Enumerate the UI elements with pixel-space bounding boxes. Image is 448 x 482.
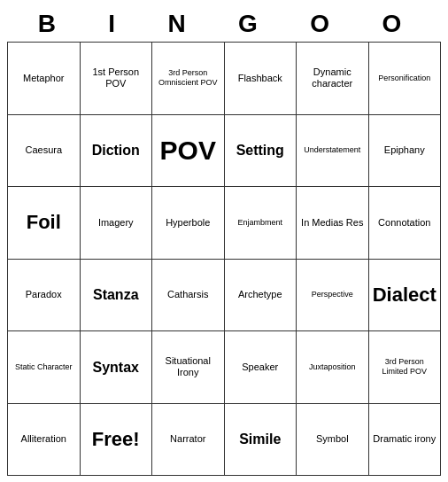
cell-24: Static Character bbox=[8, 331, 81, 404]
cell-1: 1st Person POV bbox=[81, 43, 153, 115]
cell-30: Alliteration bbox=[8, 404, 81, 477]
cell-29: 3rd Person Limited POV bbox=[369, 331, 442, 404]
cell-6: Caesura bbox=[8, 115, 81, 188]
cell-3: Flashback bbox=[225, 43, 297, 115]
cell-7: Diction bbox=[81, 115, 153, 188]
cell-17: Connotation bbox=[369, 187, 442, 260]
cell-35: Dramatic irony bbox=[369, 404, 442, 477]
header-b: B bbox=[38, 10, 65, 38]
cell-33: Simile bbox=[225, 404, 297, 477]
cell-20: Catharsis bbox=[152, 260, 225, 332]
cell-9: Setting bbox=[225, 115, 297, 188]
cell-4: Dynamic character bbox=[297, 43, 369, 115]
cell-10: Understatement bbox=[297, 115, 369, 188]
cell-13: Imagery bbox=[81, 187, 153, 260]
cell-22: Perspective bbox=[297, 260, 369, 332]
cell-2: 3rd Person Omniscient POV bbox=[152, 43, 225, 115]
header-o1: O bbox=[310, 10, 338, 38]
cell-0: Metaphor bbox=[8, 43, 81, 115]
cell-23: Dialect bbox=[369, 260, 442, 332]
cell-32: Narrator bbox=[152, 404, 225, 477]
cell-12: Foil bbox=[8, 187, 81, 260]
cell-27: Speaker bbox=[225, 331, 297, 404]
bingo-header: B I N G O O bbox=[7, 6, 441, 42]
cell-21: Archetype bbox=[225, 260, 297, 332]
cell-28: Juxtaposition bbox=[297, 331, 369, 404]
cell-11: Epiphany bbox=[369, 115, 442, 188]
cell-15: Enjambment bbox=[225, 187, 297, 260]
bingo-grid: Metaphor1st Person POV3rd Person Omnisci… bbox=[7, 42, 441, 476]
cell-19: Stanza bbox=[81, 260, 153, 332]
header-o2: O bbox=[382, 10, 410, 38]
header-g: G bbox=[238, 10, 266, 38]
header-n: N bbox=[167, 10, 194, 38]
cell-25: Syntax bbox=[81, 331, 153, 404]
cell-8: POV bbox=[152, 115, 225, 188]
cell-16: In Medias Res bbox=[297, 187, 369, 260]
cell-31: Free! bbox=[81, 404, 153, 477]
bingo-card: B I N G O O Metaphor1st Person POV3rd Pe… bbox=[7, 6, 441, 476]
cell-18: Paradox bbox=[8, 260, 81, 332]
cell-14: Hyperbole bbox=[152, 187, 225, 260]
cell-5: Personification bbox=[369, 43, 442, 115]
header-i: I bbox=[108, 10, 124, 38]
cell-26: Situational Irony bbox=[152, 331, 225, 404]
cell-34: Symbol bbox=[297, 404, 369, 477]
